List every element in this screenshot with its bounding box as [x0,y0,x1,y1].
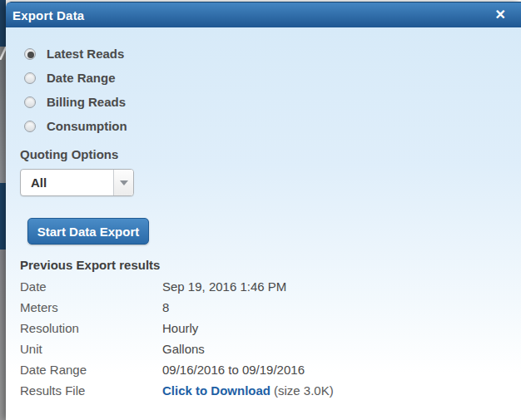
selected-option-value: All [21,175,47,190]
background-segment [0,250,6,420]
row-label: Unit [20,342,162,356]
radio-label: Billing Reads [47,95,126,109]
chevron-down-icon [120,180,128,185]
radio-option-date-range[interactable]: Date Range [20,66,521,90]
table-row: Unit Gallons [20,338,521,359]
row-label: Results File [20,383,162,398]
previous-results-table: Date Sep 19, 2016 1:46 PM Meters 8 Resol… [20,276,521,401]
quoting-options-label: Quoting Options [20,147,521,161]
radio-option-consumption[interactable]: Consumption [20,114,521,138]
table-row: Date Range 09/16/2016 to 09/19/2016 [20,359,521,380]
radio-icon[interactable] [24,72,36,84]
start-data-export-button[interactable]: Start Data Export [27,218,149,245]
radio-label: Consumption [47,119,127,133]
table-row: Date Sep 19, 2016 1:46 PM [20,276,521,297]
radio-label: Latest Reads [47,47,124,61]
dialog-title: Export Data [12,8,84,22]
background-segment [0,183,6,250]
row-value: Gallons [162,342,205,356]
table-row: Resolution Hourly [20,318,521,338]
export-data-dialog: Export Data ✕ Latest Reads Date Range Bi… [6,2,521,420]
row-label: Meters [20,300,162,314]
dialog-body: Latest Reads Date Range Billing Reads Co… [6,27,521,420]
radio-option-latest-reads[interactable]: Latest Reads [20,42,521,66]
radio-icon[interactable] [24,121,36,132]
row-value: Sep 19, 2016 1:46 PM [162,279,286,294]
row-label: Date [20,279,162,294]
radio-icon[interactable] [24,48,36,60]
radio-option-billing-reads[interactable]: Billing Reads [20,90,521,114]
dropdown-arrow-button[interactable] [113,170,133,195]
row-label: Resolution [20,321,162,335]
dialog-header: Export Data ✕ [6,2,521,27]
table-row: Results File Click to Download(size 3.0K… [20,380,521,401]
file-size-text: (size 3.0K) [274,383,334,398]
close-icon[interactable]: ✕ [493,7,509,23]
page-background-edge [0,0,6,420]
row-value: Hourly [162,321,198,335]
row-value: 8 [162,300,169,314]
row-label: Date Range [20,363,162,377]
background-segment [0,47,6,60]
row-value: 09/16/2016 to 09/19/2016 [162,363,305,377]
screen: Export Data ✕ Latest Reads Date Range Bi… [0,0,521,420]
background-segment [0,60,6,183]
quoting-options-select[interactable]: All [20,169,134,196]
table-row: Meters 8 [20,297,521,318]
radio-label: Date Range [47,71,116,85]
download-link[interactable]: Click to Download [162,383,270,398]
previous-results-heading: Previous Export results [20,258,521,272]
background-segment [0,0,6,47]
radio-icon[interactable] [24,96,36,108]
